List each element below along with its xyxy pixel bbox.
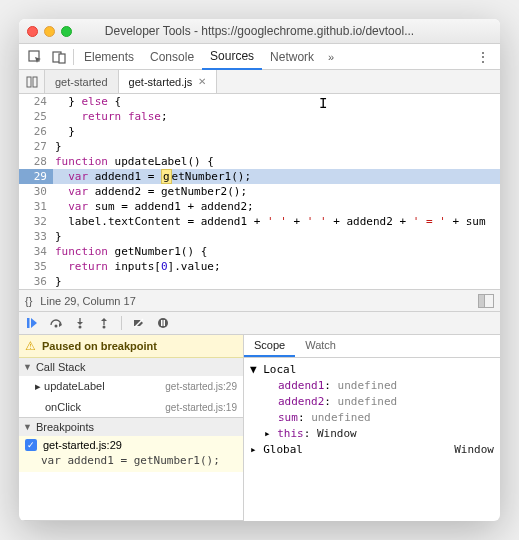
deactivate-breakpoints-button[interactable]: [130, 314, 148, 332]
minimize-window-button[interactable]: [44, 26, 55, 37]
scope-watch-tabs: Scope Watch: [244, 335, 500, 358]
svg-point-6: [55, 325, 58, 328]
pause-exceptions-button[interactable]: [154, 314, 172, 332]
editor-statusbar: {} Line 29, Column 17: [19, 289, 500, 311]
callstack-title: Call Stack: [36, 361, 86, 373]
breakpoints-header[interactable]: ▼ Breakpoints: [19, 418, 243, 436]
svg-rect-12: [164, 320, 166, 326]
line-number[interactable]: 27: [19, 139, 53, 154]
breakpoint-code: var addend1 = getNumber1();: [19, 451, 243, 472]
breakpoint-label: get-started.js:29: [43, 439, 122, 451]
inspect-element-icon[interactable]: [23, 45, 47, 69]
line-number[interactable]: 35: [19, 259, 53, 274]
code-line[interactable]: 29 var addend1 = getNumber1();: [19, 169, 500, 184]
svg-point-10: [158, 318, 168, 328]
scope-global[interactable]: ▸ GlobalWindow: [250, 442, 494, 458]
code-editor[interactable]: I 24 } else {25 return false;26 }27}28fu…: [19, 94, 500, 289]
settings-menu-icon[interactable]: ⋮: [470, 49, 496, 65]
frame-loc: get-started.js:29: [165, 381, 237, 392]
tab-watch[interactable]: Watch: [295, 335, 346, 357]
line-number[interactable]: 26: [19, 124, 53, 139]
breakpoint-checkbox[interactable]: [25, 439, 37, 451]
window-title: Developer Tools - https://googlechrome.g…: [19, 24, 500, 38]
line-content: }: [53, 274, 500, 289]
paused-banner: ⚠ Paused on breakpoint: [19, 335, 243, 358]
frame-fn: updateLabel: [44, 380, 105, 392]
line-content: function getNumber1() {: [53, 244, 500, 259]
line-number[interactable]: 33: [19, 229, 53, 244]
debugger-panes: ⚠ Paused on breakpoint ▼ Call Stack ▸ up…: [19, 335, 500, 521]
step-out-button[interactable]: [95, 314, 113, 332]
code-line[interactable]: 32 label.textContent = addend1 + ' ' + '…: [19, 214, 500, 229]
tab-console[interactable]: Console: [142, 44, 202, 70]
line-content: }: [53, 229, 500, 244]
line-content: var addend1 = getNumber1();: [53, 169, 500, 184]
scope-local[interactable]: ▼ Local: [250, 362, 494, 378]
file-tab-label: get-started.js: [129, 76, 193, 88]
sidebar-toggle-icon[interactable]: [478, 294, 494, 308]
line-number[interactable]: 30: [19, 184, 53, 199]
step-into-button[interactable]: [71, 314, 89, 332]
close-tab-icon[interactable]: ✕: [198, 76, 206, 87]
file-tab-0[interactable]: get-started: [45, 70, 119, 93]
cursor-position: Line 29, Column 17: [40, 295, 135, 307]
braces-icon[interactable]: {}: [25, 295, 32, 307]
tab-elements[interactable]: Elements: [76, 44, 142, 70]
frame-fn: onClick: [35, 401, 81, 413]
line-number[interactable]: 24: [19, 94, 53, 109]
navigator-toggle-icon[interactable]: [19, 70, 45, 93]
line-content: return inputs[0].value;: [53, 259, 500, 274]
tab-scope[interactable]: Scope: [244, 335, 295, 357]
devtools-window: Developer Tools - https://googlechrome.g…: [19, 19, 500, 521]
code-line[interactable]: 33}: [19, 229, 500, 244]
code-line[interactable]: 27}: [19, 139, 500, 154]
svg-point-7: [79, 326, 82, 329]
resume-button[interactable]: [23, 314, 41, 332]
debugger-toolbar: [19, 311, 500, 335]
line-number[interactable]: 36: [19, 274, 53, 289]
code-line[interactable]: 34function getNumber1() {: [19, 244, 500, 259]
scope-var: sum: undefined: [250, 410, 494, 426]
callstack-section: ▼ Call Stack ▸ updateLabel get-started.j…: [19, 358, 243, 418]
callstack-header[interactable]: ▼ Call Stack: [19, 358, 243, 376]
file-tab-bar: get-started get-started.js ✕: [19, 70, 500, 94]
line-number[interactable]: 25: [19, 109, 53, 124]
code-line[interactable]: 35 return inputs[0].value;: [19, 259, 500, 274]
svg-rect-2: [59, 54, 65, 63]
more-tabs-button[interactable]: »: [322, 51, 340, 63]
device-toolbar-icon[interactable]: [47, 45, 71, 69]
close-window-button[interactable]: [27, 26, 38, 37]
line-number[interactable]: 32: [19, 214, 53, 229]
breakpoint-row[interactable]: get-started.js:29: [19, 436, 243, 451]
code-line[interactable]: 24 } else {: [19, 94, 500, 109]
file-tab-label: get-started: [55, 76, 108, 88]
code-line[interactable]: 28function updateLabel() {: [19, 154, 500, 169]
code-line[interactable]: 30 var addend2 = getNumber2();: [19, 184, 500, 199]
text-cursor-icon: I: [319, 96, 327, 111]
zoom-window-button[interactable]: [61, 26, 72, 37]
breakpoints-section: ▼ Breakpoints get-started.js:29 var adde…: [19, 418, 243, 521]
tab-sources[interactable]: Sources: [202, 44, 262, 70]
line-number[interactable]: 34: [19, 244, 53, 259]
line-number[interactable]: 29: [19, 169, 53, 184]
code-line[interactable]: 26 }: [19, 124, 500, 139]
line-number[interactable]: 31: [19, 199, 53, 214]
paused-text: Paused on breakpoint: [42, 340, 157, 352]
scope-this[interactable]: ▸ this: Window: [250, 426, 494, 442]
code-line[interactable]: 25 return false;: [19, 109, 500, 124]
tab-network[interactable]: Network: [262, 44, 322, 70]
stack-frame-0[interactable]: ▸ updateLabel get-started.js:29: [19, 376, 243, 397]
line-content: label.textContent = addend1 + ' ' + ' ' …: [53, 214, 500, 229]
svg-rect-4: [33, 77, 37, 87]
toolbar-separator: [121, 316, 122, 330]
line-content: }: [53, 124, 500, 139]
frame-loc: get-started.js:19: [165, 402, 237, 413]
code-line[interactable]: 31 var sum = addend1 + addend2;: [19, 199, 500, 214]
step-over-button[interactable]: [47, 314, 65, 332]
disclosure-triangle-icon: ▼: [23, 362, 32, 372]
line-content: var addend2 = getNumber2();: [53, 184, 500, 199]
stack-frame-1[interactable]: onClick get-started.js:19: [19, 397, 243, 417]
line-number[interactable]: 28: [19, 154, 53, 169]
file-tab-1[interactable]: get-started.js ✕: [119, 70, 218, 93]
code-line[interactable]: 36}: [19, 274, 500, 289]
